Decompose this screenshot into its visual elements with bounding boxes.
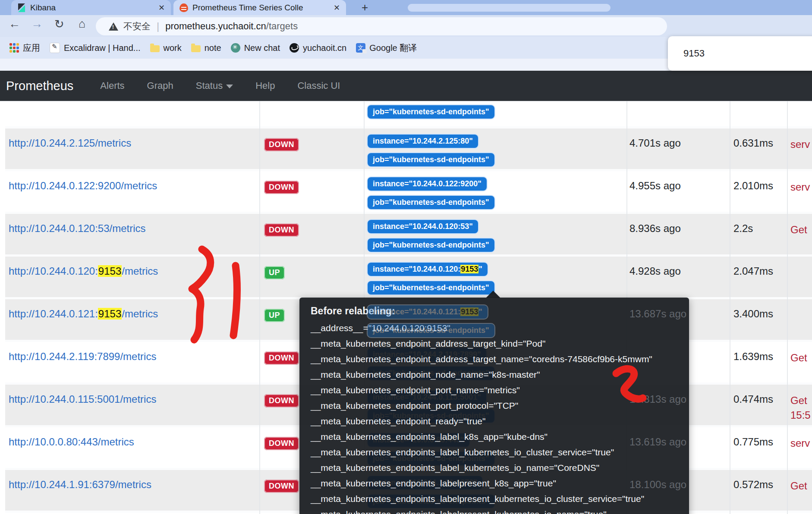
bookmark-item[interactable]: 应用 bbox=[9, 42, 40, 54]
nav-item-status[interactable]: Status bbox=[196, 80, 233, 91]
endpoint-link[interactable]: http://10.0.0.80:443/metrics bbox=[9, 436, 134, 448]
scrape-error-text: Get bbox=[790, 351, 807, 365]
new-tab-button[interactable]: + bbox=[362, 1, 368, 14]
prometheus-navbar: Prometheus AlertsGraphStatusHelpClassic … bbox=[0, 71, 812, 101]
bookmark-label: work bbox=[164, 43, 182, 53]
bookmark-item[interactable]: Google 翻译 bbox=[356, 42, 417, 54]
tab-prometheus[interactable]: Prometheus Time Series Colle ✕ bbox=[173, 0, 346, 15]
tooltip-meta-line: __meta_kubernetes_endpoints_labelpresent… bbox=[311, 507, 689, 514]
labels-cell: instance="10.244.0.122:9200"job="kuberne… bbox=[368, 171, 494, 209]
labels-cell: job="kubernetes-sd-endpoints" bbox=[368, 101, 494, 119]
endpoint-link[interactable]: http://10.244.0.120:9153/metrics bbox=[9, 265, 158, 277]
endpoint-link[interactable]: http://10.244.0.115:5001/metrics bbox=[9, 393, 156, 405]
instance-label-badge[interactable]: instance="10.244.0.121:9153" bbox=[368, 305, 488, 319]
bookmark-label: Excalidraw | Hand... bbox=[64, 43, 141, 53]
scrape-duration-value: 0.474ms bbox=[733, 393, 773, 405]
state-badge: DOWN bbox=[264, 437, 299, 450]
endpoint-link[interactable]: http://10.244.0.122:9200/metrics bbox=[9, 180, 157, 192]
table-row: http://10.244.2.125/metricsDOWNinstance=… bbox=[5, 126, 812, 169]
scrape-duration-value: 2.2s bbox=[733, 223, 753, 235]
job-label-badge[interactable]: job="kubernetes-sd-endpoints" bbox=[368, 105, 494, 119]
state-badge: DOWN bbox=[264, 394, 299, 407]
tooltip-meta-line: __meta_kubernetes_endpoint_node_name="k8… bbox=[311, 367, 689, 382]
last-scrape-value: 4.701s ago bbox=[629, 137, 681, 149]
nav-item-help[interactable]: Help bbox=[255, 80, 275, 91]
scrape-duration-value: 0.572ms bbox=[733, 479, 773, 491]
scrape-duration-value: 3.400ms bbox=[733, 308, 773, 320]
scrape-error-text: serv bbox=[790, 180, 810, 194]
job-label-badge[interactable]: job="kubernetes-sd-endpoints" bbox=[368, 281, 494, 295]
not-secure-warning-icon[interactable] bbox=[109, 22, 118, 31]
bookmark-label: Google 翻译 bbox=[369, 42, 417, 54]
bookmark-item[interactable]: New chat bbox=[231, 43, 280, 53]
url-path: /targets bbox=[266, 21, 298, 31]
url-host: prometheus.yuchaoit.cn bbox=[165, 21, 266, 31]
endpoint-link[interactable]: http://10.244.0.120:53/metrics bbox=[9, 223, 146, 235]
tab-close-icon[interactable]: ✕ bbox=[334, 3, 340, 13]
bookmark-item[interactable]: yuchaoit.cn bbox=[290, 43, 346, 53]
last-scrape-value: 8.936s ago bbox=[629, 223, 681, 235]
bookmark-label: 应用 bbox=[23, 42, 40, 54]
table-row: http://10.244.0.120:9153/metricsUPinstan… bbox=[5, 254, 812, 297]
find-highlight: 9153 bbox=[98, 265, 122, 277]
table-row: http://10.244.0.120:53/metricsDOWNinstan… bbox=[5, 212, 812, 254]
job-label-badge[interactable]: job="kubernetes-sd-endpoints" bbox=[368, 238, 494, 252]
address-bar[interactable]: 不安全 | prometheus.yuchaoit.cn/targets bbox=[96, 17, 667, 35]
scrape-duration-value: 0.775ms bbox=[733, 436, 773, 448]
scrape-duration-value: 0.631ms bbox=[733, 137, 773, 149]
scrape-error-text: serv bbox=[790, 436, 810, 451]
state-badge: DOWN bbox=[264, 138, 299, 151]
endpoint-link[interactable]: http://10.244.1.91:6379/metrics bbox=[9, 479, 151, 491]
endpoint-link[interactable]: http://10.244.2.119:7899/metrics bbox=[9, 351, 156, 363]
tooltip-meta-line: __meta_kubernetes_endpoint_address_targe… bbox=[311, 351, 689, 367]
endpoint-link[interactable]: http://10.244.2.125/metrics bbox=[9, 137, 131, 149]
bookmark-item[interactable]: note bbox=[191, 43, 221, 53]
tab-close-icon[interactable]: ✕ bbox=[158, 3, 165, 13]
column-divider bbox=[259, 101, 260, 514]
nav-item-graph[interactable]: Graph bbox=[147, 80, 173, 91]
nav-item-classic-ui[interactable]: Classic UI bbox=[297, 80, 340, 91]
scrape-error-text: serv bbox=[790, 137, 810, 152]
reload-icon[interactable]: ↻ bbox=[54, 17, 64, 31]
browser-tab-strip: Kibana ✕ Prometheus Time Series Colle ✕ … bbox=[0, 0, 812, 15]
tab-strip-pill bbox=[408, 4, 611, 12]
folder-icon bbox=[150, 45, 160, 52]
bookmark-item[interactable]: Excalidraw | Hand... bbox=[50, 43, 141, 53]
instance-label-badge[interactable]: instance="10.244.0.120:53" bbox=[368, 220, 478, 233]
tooltip-meta-line: __meta_kubernetes_endpoints_labelpresent… bbox=[311, 491, 689, 507]
state-badge: DOWN bbox=[264, 480, 299, 493]
instance-label-badge[interactable]: instance="10.244.0.122:9200" bbox=[368, 177, 487, 191]
tooltip-meta-line: __meta_kubernetes_endpoints_label_kubern… bbox=[311, 460, 689, 476]
browser-toolbar: ← → ↻ ⌂ 不安全 | prometheus.yuchaoit.cn/tar… bbox=[0, 15, 812, 37]
folder-icon bbox=[191, 45, 201, 52]
instance-label-badge[interactable]: instance="10.244.2.125:80" bbox=[368, 135, 478, 148]
nav-item-alerts[interactable]: Alerts bbox=[100, 80, 124, 91]
labels-cell: instance="10.244.0.120:9153"job="kuberne… bbox=[368, 257, 494, 295]
tooltip-meta-line: __meta_kubernetes_endpoint_address_targe… bbox=[311, 336, 689, 351]
job-label-badge[interactable]: job="kubernetes-sd-endpoints" bbox=[368, 324, 494, 337]
last-scrape-value: 4.955s ago bbox=[629, 180, 681, 192]
find-query-input[interactable]: 9153 bbox=[683, 48, 812, 59]
find-highlight: 9153 bbox=[460, 265, 478, 273]
column-divider bbox=[787, 101, 788, 514]
column-divider bbox=[730, 101, 730, 514]
job-label-badge[interactable]: job="kubernetes-sd-endpoints" bbox=[368, 196, 494, 209]
url-text[interactable]: prometheus.yuchaoit.cn/targets bbox=[165, 21, 298, 32]
excalidraw-icon bbox=[50, 43, 60, 53]
last-scrape-value: 4.928s ago bbox=[629, 265, 681, 277]
last-scrape-value: 13.687s ago bbox=[629, 308, 686, 320]
tab-kibana[interactable]: Kibana ✕ bbox=[11, 0, 171, 15]
instance-label-badge[interactable]: instance="10.244.0.120:9153" bbox=[368, 263, 488, 276]
bookmark-item[interactable]: work bbox=[150, 43, 182, 53]
globe-icon bbox=[290, 43, 299, 53]
job-label-badge[interactable]: job="kubernetes-sd-endpoints" bbox=[368, 153, 494, 166]
table-row: http://10.244.0.122:9200/metricsDOWNinst… bbox=[5, 169, 812, 212]
kibana-favicon-icon bbox=[17, 3, 26, 12]
forward-icon[interactable]: → bbox=[31, 17, 43, 31]
find-in-page-bar[interactable]: 9153 4 bbox=[668, 36, 812, 71]
back-icon[interactable]: ← bbox=[9, 17, 20, 31]
prometheus-brand[interactable]: Prometheus bbox=[6, 79, 73, 93]
home-icon[interactable]: ⌂ bbox=[79, 17, 85, 31]
endpoint-link[interactable]: http://10.244.0.121:9153/metrics bbox=[9, 308, 158, 320]
last-scrape-value: 10.813s ago bbox=[629, 393, 686, 405]
